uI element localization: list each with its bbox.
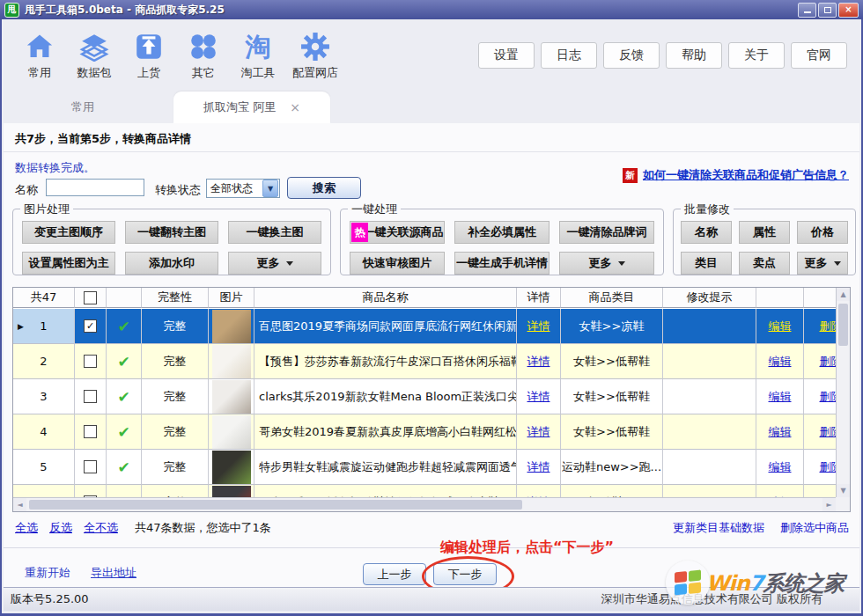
batch-sellpoint-button[interactable]: 卖点 xyxy=(739,252,790,275)
chevron-down-icon[interactable]: ▼ xyxy=(262,180,278,197)
quick-review-images-button[interactable]: 快速审核图片 xyxy=(350,252,445,275)
toolbar-item-shop-config[interactable]: 配置网店 xyxy=(292,31,338,81)
export-address-link[interactable]: 导出地址 xyxy=(91,565,136,581)
search-button[interactable]: 搜索 xyxy=(287,177,361,199)
tab-common[interactable]: 常用 xyxy=(21,92,144,123)
name-filter-input[interactable] xyxy=(46,179,144,196)
convert-status-select[interactable]: 全部状态 ▼ xyxy=(206,179,280,198)
edit-link[interactable]: 编辑 xyxy=(769,389,792,405)
conversion-status-text: 数据转换完成。 xyxy=(15,160,95,176)
delete-link[interactable]: 删除 xyxy=(820,389,837,405)
table-row[interactable]: ▶5 ✔ 完整 特步男鞋女鞋减震旋运动健跑步鞋超轻减震网面透气专业训练... 详… xyxy=(13,450,836,485)
row-edit-cell: 编辑 xyxy=(756,379,804,414)
toolbar-item-datapack[interactable]: 数据包 xyxy=(74,31,114,81)
horizontal-scroll-thumb[interactable] xyxy=(29,500,522,510)
vertical-scroll-thumb[interactable] xyxy=(838,304,848,346)
close-icon[interactable]: × xyxy=(838,3,859,18)
set-attr-image-main-button[interactable]: 设置属性图为主 xyxy=(22,252,115,275)
table-row[interactable]: ▶1 ✓ ✔ 完整 百思图2019夏季商场同款网面厚底流行网红休闲新款女凉鞋ZC… xyxy=(13,309,836,344)
tao-icon: 淘 xyxy=(246,31,271,62)
maximize-icon[interactable] xyxy=(818,3,837,18)
delete-selected-link[interactable]: 删除选中商品 xyxy=(780,520,849,536)
row-checkbox[interactable] xyxy=(84,355,97,368)
scroll-right-icon[interactable]: ► xyxy=(822,498,836,511)
edit-link[interactable]: 编辑 xyxy=(769,354,792,370)
fill-required-attrs-button[interactable]: 补全必填属性 xyxy=(454,221,550,244)
table-row[interactable]: ▶4 ✔ 完整 哥弟女鞋2019春夏新款真皮厚底增高小白鞋网红松糕休闲板鞋...… xyxy=(13,414,836,450)
main-toolbar: 常用 数据包 上货 其它 淘 淘工 xyxy=(2,19,861,92)
toolbar-item-upload[interactable]: 上货 xyxy=(129,31,169,81)
row-checkbox[interactable] xyxy=(84,425,97,438)
next-step-button[interactable]: 下一步 xyxy=(433,563,497,585)
tab-grab-taobao[interactable]: 抓取淘宝 阿里 × xyxy=(173,92,330,123)
batch-attr-button[interactable]: 属性 xyxy=(739,221,790,244)
toolbar-item-taotools[interactable]: 淘 淘工具 xyxy=(238,31,278,81)
detail-link[interactable]: 详情 xyxy=(527,354,550,370)
help-clear-promo-link[interactable]: 如何一键清除关联商品和促销广告信息？ xyxy=(643,167,849,183)
row-number-cell: ▶2 xyxy=(13,344,75,379)
batch-more-button[interactable]: 更多 xyxy=(797,252,848,275)
row-checkbox[interactable] xyxy=(84,460,97,473)
batch-price-button[interactable]: 价格 xyxy=(797,221,848,244)
official-site-button[interactable]: 官网 xyxy=(791,42,847,69)
delete-link[interactable]: 删除 xyxy=(820,459,837,475)
clear-brand-words-button[interactable]: 一键清除品牌词 xyxy=(559,221,654,244)
minimize-icon[interactable] xyxy=(798,3,816,18)
tab-close-icon[interactable]: × xyxy=(290,100,300,114)
link-source-product-button[interactable]: 热一键关联源商品 xyxy=(350,221,445,244)
replace-main-image-button[interactable]: 一键换主图 xyxy=(228,221,321,244)
detail-link[interactable]: 详情 xyxy=(527,424,550,440)
delete-link[interactable]: 删除 xyxy=(820,319,837,334)
horizontal-scrollbar[interactable]: ◄ ► xyxy=(13,497,836,511)
vertical-scrollbar[interactable]: ▲ ▼ xyxy=(836,288,850,497)
clover-grid-icon xyxy=(188,31,218,62)
detail-link[interactable]: 详情 xyxy=(527,389,550,405)
row-image-cell xyxy=(209,485,254,497)
help-button[interactable]: 帮助 xyxy=(666,42,722,69)
generate-mobile-detail-button[interactable]: 一键生成手机详情 xyxy=(454,252,550,275)
row-checkbox[interactable]: ✓ xyxy=(84,319,97,333)
prev-step-button[interactable]: 上一步 xyxy=(363,563,426,585)
image-more-button[interactable]: 更多 xyxy=(228,252,321,275)
row-checkbox[interactable] xyxy=(84,390,97,403)
flip-main-image-button[interactable]: 一键翻转主图 xyxy=(125,221,218,244)
change-main-image-order-button[interactable]: 变更主图顺序 xyxy=(22,221,115,244)
scroll-down-icon[interactable]: ▼ xyxy=(837,484,850,497)
delete-link[interactable]: 删除 xyxy=(820,424,837,440)
batch-name-button[interactable]: 名称 xyxy=(681,221,732,244)
feedback-button[interactable]: 反馈 xyxy=(603,42,660,69)
about-button[interactable]: 关于 xyxy=(728,42,785,69)
edit-link[interactable]: 编辑 xyxy=(769,319,792,334)
edit-link[interactable]: 编辑 xyxy=(769,459,792,475)
select-all-link[interactable]: 全选 xyxy=(15,520,38,536)
edit-link[interactable]: 编辑 xyxy=(769,424,792,440)
delete-link[interactable]: 删除 xyxy=(820,354,837,370)
scroll-left-icon[interactable]: ◄ xyxy=(13,498,26,511)
toolbar-item-other[interactable]: 其它 xyxy=(183,31,224,81)
col-image: 图片 xyxy=(209,288,254,308)
header-checkbox[interactable] xyxy=(84,291,97,304)
product-category: 女鞋>>低帮鞋 xyxy=(561,344,663,379)
update-category-data-link[interactable]: 更新类目基础数据 xyxy=(673,520,764,536)
log-button[interactable]: 日志 xyxy=(541,42,597,69)
toolbar-item-home[interactable]: 常用 xyxy=(19,31,60,81)
detail-link[interactable]: 详情 xyxy=(527,459,550,475)
row-edit-cell: 编辑 xyxy=(756,344,804,379)
one-click-more-button[interactable]: 更多 xyxy=(559,252,654,275)
invert-selection-link[interactable]: 反选 xyxy=(49,520,72,536)
table-row[interactable]: ▶6 ✔ 完整 男士夏季网面透气运动鞋情侣款轻便减震跑步鞋... 详情 运动鞋.… xyxy=(13,485,836,497)
step-header: 共7步，当前第5步，转换商品详情 xyxy=(15,131,191,147)
batch-category-button[interactable]: 类目 xyxy=(681,252,732,275)
settings-button[interactable]: 设置 xyxy=(478,42,535,69)
table-row[interactable]: ▶3 ✔ 完整 clarks其乐2019新款女鞋Mena Bloom正装浅口尖头… xyxy=(13,379,836,414)
detail-link[interactable]: 详情 xyxy=(527,319,550,334)
scroll-up-icon[interactable]: ▲ xyxy=(837,288,850,301)
add-watermark-button[interactable]: 添加水印 xyxy=(125,252,218,275)
product-category: 运动鞋... xyxy=(561,485,663,497)
select-none-link[interactable]: 全不选 xyxy=(84,520,118,536)
product-name: 特步男鞋女鞋减震旋运动健跑步鞋超轻减震网面透气专业训练... xyxy=(254,450,517,485)
restart-link[interactable]: 重新开始 xyxy=(25,565,70,581)
table-row[interactable]: ▶2 ✔ 完整 【预售】莎莎苏春新款流行牛皮深口百搭休闲乐福鞋网红平底... 详… xyxy=(13,344,836,379)
new-badge: 新 xyxy=(623,168,638,183)
convert-status-value: 全部状态 xyxy=(207,181,262,196)
